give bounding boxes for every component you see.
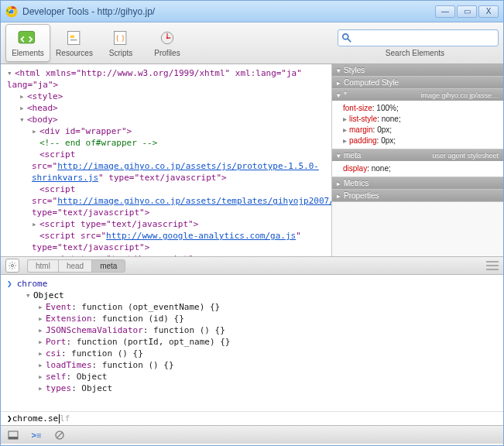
main-panel: ▾<html xmlns="http://www.w3.org/1999/xht… [1, 64, 503, 256]
tab-elements-label: Elements [12, 49, 44, 57]
tab-scripts-label: Scripts [109, 49, 133, 57]
drawer-menu-icon[interactable] [486, 261, 499, 270]
tab-elements[interactable]: Elements [5, 24, 50, 62]
dock-button[interactable] [5, 429, 21, 441]
settings-button[interactable] [5, 259, 19, 273]
tab-resources-label: Resources [56, 49, 93, 57]
crumb-head[interactable]: head [58, 259, 91, 273]
crumb-meta[interactable]: meta [91, 259, 125, 273]
svg-rect-15 [9, 437, 18, 439]
src-link[interactable]: http://image.gihyo.co.jp/assets/template… [57, 196, 331, 206]
dom-node[interactable]: <html xmlns="http://www.w3.org/1999/xhtm… [7, 68, 302, 90]
window-controls: — ▭ X [435, 5, 499, 18]
close-button[interactable]: X [478, 5, 499, 18]
tab-profiles[interactable]: Profiles [145, 24, 190, 62]
dom-comment: <!-- end of#wrapper --> [39, 138, 157, 148]
console-entry[interactable]: Event [46, 301, 71, 313]
console-entry[interactable]: Object [33, 290, 64, 301]
styles-header[interactable]: ▾Styles [332, 64, 503, 76]
console-entry[interactable]: Port [46, 336, 67, 348]
console-entry[interactable]: csi [46, 348, 61, 359]
rule-source: user agent stylesheet [432, 152, 499, 160]
styles-panel: ▾Styles ▸Computed Style ▾*image.gihyo.co… [331, 64, 503, 256]
search-icon [341, 33, 352, 43]
breadcrumbs: html head meta [27, 259, 125, 273]
css-property[interactable]: font-size: 100%; [343, 103, 499, 114]
rule-meta-header[interactable]: ▾metauser agent stylesheet [332, 149, 503, 161]
chrome-icon [5, 5, 18, 18]
console-prompt-icon: ❯ [7, 278, 12, 290]
console-prompt-icon: ❯ [7, 413, 12, 424]
gear-icon [8, 261, 17, 270]
css-property[interactable]: display: none; [343, 163, 499, 174]
clear-icon [54, 430, 65, 441]
svg-rect-3 [19, 31, 35, 43]
console-entry[interactable]: JSONSchemaValidator [46, 324, 143, 336]
scripts-icon: { } [110, 29, 132, 47]
svg-rect-5 [70, 36, 74, 38]
maximize-button[interactable]: ▭ [457, 5, 477, 18]
tab-resources[interactable]: Resources [52, 24, 97, 62]
console-entry[interactable]: loadTimes [46, 359, 92, 371]
svg-point-13 [12, 265, 14, 267]
search-label: Search Elements [386, 49, 444, 57]
search-input[interactable] [355, 33, 495, 43]
crumb-html[interactable]: html [27, 259, 58, 273]
search-box[interactable] [338, 29, 499, 46]
dom-tree[interactable]: ▾<html xmlns="http://www.w3.org/1999/xht… [1, 64, 331, 256]
minimize-button[interactable]: — [435, 5, 455, 18]
console-output[interactable]: ❯chrome ▾Object ▸Event: function (opt_ev… [1, 275, 503, 411]
svg-point-11 [343, 33, 348, 39]
tab-scripts[interactable]: { } Scripts [98, 24, 143, 62]
css-property[interactable]: ▸list-style: none; [343, 114, 499, 125]
elements-icon [17, 29, 39, 47]
css-property[interactable]: ▸padding: 0px; [343, 136, 499, 146]
breadcrumb-bar: html head meta [1, 256, 503, 275]
svg-text:{ }: { } [115, 33, 125, 42]
bottom-toolbar: >≡ [1, 425, 503, 444]
rule-source[interactable]: image.gihyo.co.jp/asse… [420, 91, 499, 99]
console-entry[interactable]: chrome [17, 278, 48, 290]
console-input-line[interactable]: ❯ chrome.self [1, 411, 503, 425]
profiles-icon [156, 29, 178, 47]
dom-node[interactable]: <script src=" [39, 231, 106, 241]
dom-node[interactable]: <div id="wrapper"> [39, 126, 132, 136]
console-entry[interactable]: self [46, 371, 67, 383]
svg-line-17 [57, 432, 63, 438]
svg-line-12 [348, 38, 351, 41]
src-link[interactable]: http://www.google-analytics.com/ga.js [106, 231, 296, 241]
main-toolbar: Elements Resources { } Scripts Profiles … [1, 22, 503, 64]
dock-icon [8, 431, 19, 440]
dom-node[interactable]: <head> [27, 103, 58, 113]
console-entry[interactable]: types [46, 383, 71, 394]
css-property[interactable]: ▸margin: 0px; [343, 125, 499, 136]
dom-node[interactable]: <script type="text/javascript"> [39, 254, 198, 256]
clear-console-button[interactable] [52, 429, 67, 441]
console-toggle-button[interactable]: >≡ [29, 429, 44, 441]
dom-node[interactable]: <script type="text/javascript"> [39, 219, 198, 229]
dom-node[interactable]: <body> [27, 115, 58, 125]
dom-node[interactable]: <style> [27, 91, 63, 101]
tab-profiles-label: Profiles [154, 49, 180, 57]
properties-header[interactable]: ▸Properties [332, 190, 503, 201]
console-entry[interactable]: Extension [46, 313, 92, 324]
console-icon: >≡ [32, 431, 42, 440]
computed-style-header[interactable]: ▸Computed Style [332, 77, 503, 88]
svg-rect-6 [70, 39, 77, 41]
resources-icon [63, 29, 85, 47]
metrics-header[interactable]: ▸Metrics [332, 177, 503, 189]
console-input-hint: lf [60, 413, 70, 424]
rule-star-header[interactable]: ▾*image.gihyo.co.jp/asse… [332, 89, 503, 101]
window-title: Developer Tools - http://gihyo.jp/ [22, 6, 435, 17]
window-titlebar: Developer Tools - http://gihyo.jp/ — ▭ X [1, 1, 503, 22]
svg-point-10 [166, 37, 169, 39]
console-input-typed[interactable]: chrome.se [12, 413, 59, 424]
